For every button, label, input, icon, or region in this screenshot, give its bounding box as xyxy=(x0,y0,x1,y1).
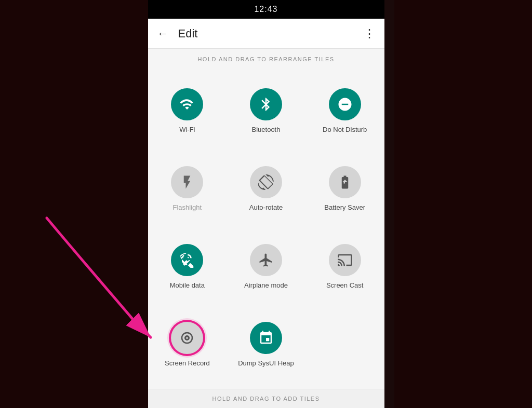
tile-icon-bg-dnd xyxy=(329,88,361,120)
tile-label-screencast: Screen Cast xyxy=(326,281,364,289)
tile-mobiledata[interactable]: Mobile data xyxy=(148,228,227,306)
tile-label-mobiledata: Mobile data xyxy=(170,281,205,289)
tile-label-autorotate: Auto-rotate xyxy=(249,203,283,211)
tile-label-dumpsysui: Dump SysUI Heap xyxy=(238,359,294,367)
status-bar: 12:43 xyxy=(148,0,384,19)
wifi-icon xyxy=(179,97,195,112)
phone-frame: 12:43 ← Edit ⋮ HOLD AND DRAG TO REARRANG… xyxy=(148,0,384,408)
tile-icon-bg-screenrecord xyxy=(171,322,203,354)
tile-dnd[interactable]: Do Not Disturb xyxy=(305,73,384,151)
tile-icon-bg-autorotate xyxy=(250,166,282,198)
back-button[interactable]: ← xyxy=(157,27,169,40)
tile-label-flashlight: Flashlight xyxy=(173,203,202,211)
tile-airplane[interactable]: Airplane mode xyxy=(227,228,305,306)
tile-wifi[interactable]: Wi-Fi xyxy=(148,73,227,151)
dnd-icon xyxy=(337,97,353,112)
screenrecord-icon xyxy=(179,330,195,346)
more-button[interactable]: ⋮ xyxy=(364,27,375,40)
tile-screenrecord[interactable]: Screen Record xyxy=(148,306,227,384)
status-time: 12:43 xyxy=(254,5,277,14)
mobile-data-icon xyxy=(179,252,195,268)
tile-icon-bg-bluetooth xyxy=(250,88,282,120)
tile-label-wifi: Wi-Fi xyxy=(179,126,195,133)
battery-saver-icon xyxy=(337,174,353,190)
tile-label-dnd: Do Not Disturb xyxy=(323,126,367,133)
flashlight-icon xyxy=(179,174,195,190)
tile-icon-bg-wifi xyxy=(171,88,203,120)
tile-dumpsysui[interactable]: Dump SysUI Heap xyxy=(227,306,305,384)
dumpsysui-icon xyxy=(258,330,274,346)
tile-batterysaver[interactable]: Battery Saver xyxy=(305,151,384,228)
tile-label-screenrecord: Screen Record xyxy=(165,359,210,367)
page-title: Edit xyxy=(178,27,364,40)
airplane-icon xyxy=(258,252,274,268)
tile-icon-bg-screencast xyxy=(329,244,361,276)
tile-flashlight[interactable]: Flashlight xyxy=(148,151,227,228)
screencast-icon xyxy=(337,252,353,268)
tile-label-batterysaver: Battery Saver xyxy=(324,203,365,211)
header: ← Edit ⋮ xyxy=(148,19,384,49)
content-area: ← Edit ⋮ HOLD AND DRAG TO REARRANGE TILE… xyxy=(148,19,384,408)
svg-point-3 xyxy=(186,337,188,339)
tiles-grid: Wi-Fi Bluetooth xyxy=(148,67,384,389)
tile-label-airplane: Airplane mode xyxy=(244,281,288,289)
bluetooth-icon xyxy=(258,97,274,112)
tile-screencast[interactable]: Screen Cast xyxy=(305,228,384,306)
tile-bluetooth[interactable]: Bluetooth xyxy=(227,73,305,151)
dark-background-left xyxy=(0,0,161,408)
tile-icon-bg-dumpsysui xyxy=(250,322,282,354)
tile-icon-bg-batterysaver xyxy=(329,166,361,198)
bottom-section-label: HOLD AND DRAG TO ADD TILES xyxy=(148,389,384,408)
tile-icon-bg-mobiledata xyxy=(171,244,203,276)
autorotate-icon xyxy=(258,174,274,190)
dark-background-right xyxy=(394,0,532,408)
tile-icon-bg-flashlight xyxy=(171,166,203,198)
top-section-label: HOLD AND DRAG TO REARRANGE TILES xyxy=(148,49,384,67)
tile-icon-bg-airplane xyxy=(250,244,282,276)
tile-label-bluetooth: Bluetooth xyxy=(252,126,281,133)
tile-autorotate[interactable]: Auto-rotate xyxy=(227,151,305,228)
